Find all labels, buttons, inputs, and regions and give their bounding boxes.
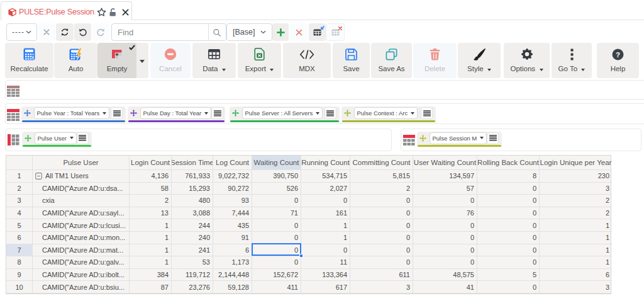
svg-text:?: ? xyxy=(616,50,620,58)
